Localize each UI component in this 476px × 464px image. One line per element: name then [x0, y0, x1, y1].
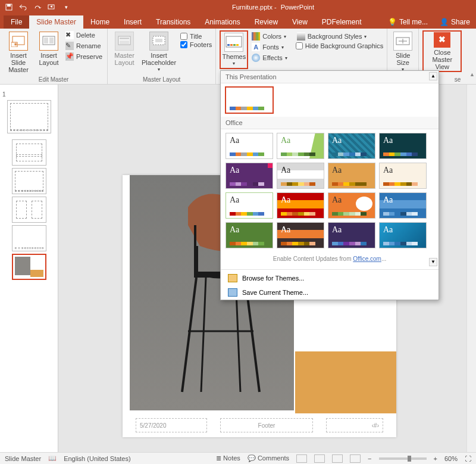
- status-mode: Slide Master: [5, 455, 41, 462]
- tab-animations[interactable]: Animations: [198, 15, 247, 29]
- master-layout-button[interactable]: Master Layout: [111, 30, 137, 67]
- section-this-presentation: This Presentation: [221, 71, 439, 83]
- tab-review[interactable]: Review: [248, 15, 285, 29]
- date-placeholder[interactable]: 5/27/2020: [136, 418, 207, 432]
- insert-placeholder-icon: [149, 32, 168, 51]
- layout-thumbnail[interactable]: [12, 225, 46, 251]
- themes-button[interactable]: Themes▾: [220, 30, 248, 69]
- theme-tile[interactable]: Aa: [328, 222, 375, 248]
- insert-layout-button[interactable]: Insert Layout: [36, 30, 62, 67]
- layout-thumbnail-selected[interactable]: [12, 254, 46, 280]
- zoom-level[interactable]: 60%: [444, 455, 458, 462]
- theme-tile[interactable]: Aa: [379, 133, 427, 159]
- layout-thumbnail[interactable]: [12, 197, 46, 223]
- slide-size-button[interactable]: Slide Size▾: [391, 30, 415, 74]
- theme-tile[interactable]: Aa: [379, 163, 427, 189]
- tab-pdfelement[interactable]: PDFelement: [315, 15, 369, 29]
- theme-tile[interactable]: AaAa: [379, 192, 427, 219]
- group-label-edit-master: Edit Master: [4, 75, 104, 83]
- theme-tile[interactable]: AaAa: [277, 222, 324, 248]
- svg-rect-8: [49, 38, 54, 43]
- hide-background-checkbox[interactable]: Hide Background Graphics: [296, 42, 383, 49]
- sorter-view-icon[interactable]: [314, 454, 325, 463]
- theme-tile[interactable]: Aa: [226, 163, 273, 189]
- theme-tile[interactable]: Aa: [226, 222, 273, 248]
- slideshow-view-icon[interactable]: [350, 454, 361, 463]
- footer-placeholder[interactable]: Footer: [220, 418, 313, 432]
- theme-tile-current[interactable]: [226, 87, 273, 113]
- tab-home[interactable]: Home: [83, 15, 117, 29]
- save-icon[interactable]: [5, 3, 13, 11]
- theme-tile[interactable]: Aa: [226, 192, 273, 219]
- insert-slide-master-button[interactable]: ✶Insert Slide Master: [4, 30, 33, 74]
- theme-tile[interactable]: Aa: [328, 192, 375, 219]
- footers-checkbox[interactable]: Footers: [180, 41, 212, 48]
- enable-content-updates-link[interactable]: Enable Content Updates from Office.com..…: [221, 252, 439, 268]
- insert-slide-master-icon: ✶: [9, 32, 28, 51]
- thumbnail-pane[interactable]: 1: [0, 85, 58, 452]
- svg-rect-18: [236, 44, 239, 46]
- vertical-scrollbar[interactable]: [466, 85, 476, 452]
- status-language[interactable]: English (United States): [64, 455, 131, 462]
- theme-tile[interactable]: AaAa: [277, 192, 324, 219]
- rename-icon: ✎: [65, 42, 74, 50]
- reading-view-icon[interactable]: [332, 454, 343, 463]
- background-styles-dropdown[interactable]: Background Styles▾: [296, 32, 383, 41]
- comments-button[interactable]: 💬 Comments: [248, 454, 289, 462]
- svg-rect-27: [194, 225, 196, 273]
- effects-icon: [252, 54, 260, 62]
- share-button[interactable]: 👤Share: [434, 15, 476, 29]
- theme-tile[interactable]: Aa: [226, 133, 273, 159]
- group-master-layout: Master Layout Insert Placeholder▾ Title …: [108, 29, 216, 84]
- close-master-view-button[interactable]: ✖Close Master View: [422, 30, 462, 72]
- tab-slide-master[interactable]: Slide Master: [29, 15, 83, 29]
- svg-rect-16: [230, 44, 233, 46]
- tab-view[interactable]: View: [285, 15, 315, 29]
- tab-file[interactable]: File: [4, 15, 29, 29]
- svg-rect-11: [120, 41, 129, 44]
- master-thumbnail[interactable]: [7, 100, 51, 133]
- insert-placeholder-button[interactable]: Insert Placeholder▾: [140, 30, 178, 74]
- fonts-dropdown[interactable]: AFonts▾: [250, 42, 288, 52]
- gallery-scroll-down-icon[interactable]: ▼: [429, 258, 437, 266]
- theme-tile[interactable]: Aa: [328, 133, 375, 159]
- rename-button[interactable]: ✎Rename: [64, 41, 104, 51]
- colors-dropdown[interactable]: Colors▾: [250, 32, 288, 41]
- fit-to-window-icon[interactable]: ⛶: [465, 455, 471, 462]
- preserve-button[interactable]: 📌Preserve: [64, 52, 104, 61]
- colors-icon: [252, 32, 260, 41]
- qat-more-icon[interactable]: ▾: [62, 3, 70, 11]
- title-checkbox[interactable]: Title: [180, 33, 212, 40]
- theme-tile[interactable]: Aa: [277, 133, 324, 159]
- gallery-scroll-up-icon[interactable]: ▲: [429, 72, 437, 80]
- background-styles-icon: [297, 32, 305, 41]
- spellcheck-icon[interactable]: 📖: [48, 454, 57, 462]
- tell-me[interactable]: 💡Tell me...: [382, 15, 434, 29]
- tab-insert[interactable]: Insert: [117, 15, 149, 29]
- layout-thumbnail[interactable]: [12, 139, 46, 166]
- undo-icon[interactable]: [19, 3, 27, 11]
- start-from-beginning-icon[interactable]: [48, 3, 56, 11]
- status-bar: Slide Master 📖 English (United States) ≣…: [0, 452, 476, 464]
- tab-transitions[interactable]: Transitions: [149, 15, 198, 29]
- redo-icon[interactable]: [33, 3, 42, 11]
- ribbon-collapse-up-icon[interactable]: ▲: [469, 71, 475, 77]
- zoom-in-icon[interactable]: +: [434, 455, 437, 462]
- normal-view-icon[interactable]: [296, 454, 307, 463]
- theme-tile[interactable]: Aa: [379, 222, 427, 248]
- save-theme-menuitem[interactable]: Save Current Theme...: [221, 285, 439, 300]
- notes-button[interactable]: ≣ Notes: [216, 454, 240, 462]
- themes-gallery-panel: ▲ This Presentation Office AaAaAaAaAaAaA…: [220, 70, 439, 300]
- svg-rect-13: [155, 39, 162, 42]
- zoom-out-icon[interactable]: −: [368, 455, 371, 462]
- delete-button[interactable]: ✖Delete: [64, 30, 104, 40]
- svg-rect-1: [7, 4, 11, 7]
- slide-number-placeholder[interactable]: ‹#›: [326, 418, 383, 432]
- theme-tile[interactable]: Aa: [328, 163, 375, 189]
- layout-thumbnail[interactable]: [12, 168, 46, 194]
- zoom-slider[interactable]: [379, 457, 427, 460]
- theme-tile[interactable]: AaAa: [277, 163, 324, 189]
- effects-dropdown[interactable]: Effects▾: [250, 53, 288, 63]
- browse-themes-menuitem[interactable]: Browse for Themes...: [221, 271, 439, 285]
- insert-layout-icon: [39, 32, 58, 51]
